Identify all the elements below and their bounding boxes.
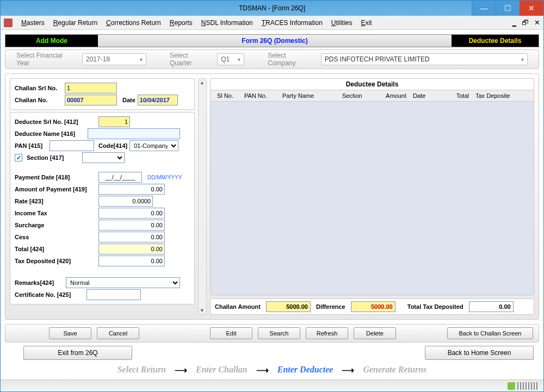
app-icon xyxy=(4,18,13,27)
tax-deposited-label: Tax Deposited [420] xyxy=(15,258,96,264)
scrollbar[interactable] xyxy=(198,78,207,315)
difference-value xyxy=(351,301,395,312)
filterbar: Select Financial Year 2017-18 Select Qua… xyxy=(5,49,539,69)
certificate-input[interactable] xyxy=(86,289,141,300)
total-deposited-value xyxy=(469,301,514,312)
section-title: Deductee Details xyxy=(452,35,539,47)
back-home-button[interactable]: Back to Home Screen xyxy=(425,346,534,360)
remarks-select[interactable]: Normal xyxy=(66,277,180,288)
payment-date-hint: DD/MM/YYYY xyxy=(147,175,182,181)
challan-amount-label: Challan Amount xyxy=(215,303,261,310)
col-date: Date xyxy=(410,91,442,100)
challan-srl-label: Challan Srl No. xyxy=(15,85,63,91)
window-title: TDSMAN - [Form 26Q] xyxy=(1,4,543,12)
amount-input[interactable] xyxy=(98,184,165,195)
remarks-label: Remarks[424] xyxy=(15,279,64,286)
deductee-srl-input[interactable] xyxy=(98,116,130,127)
challan-date-label: Date xyxy=(122,97,135,103)
total-input[interactable] xyxy=(98,244,165,254)
deductee-srl-label: Deductee Srl No. [412] xyxy=(15,119,96,125)
maximize-icon[interactable]: ☐ xyxy=(496,1,520,16)
challan-srl-input[interactable] xyxy=(65,83,117,94)
mdi-minimize-icon[interactable]: ‗ xyxy=(512,18,516,27)
code-select[interactable]: 01-Company xyxy=(129,140,178,151)
challan-no-label: Challan No. xyxy=(15,97,63,103)
delete-button[interactable]: Delete xyxy=(354,327,396,339)
col-taxdep: Tax Deposite xyxy=(472,91,530,100)
surcharge-label: Surcharge xyxy=(15,222,96,228)
save-button[interactable]: Save xyxy=(49,327,91,339)
menu-reports[interactable]: Reports xyxy=(170,19,193,27)
section-checkbox[interactable]: ✓ xyxy=(15,154,22,161)
flow-steps: Select Return ⟶ Enter Challan ⟶ Enter De… xyxy=(5,362,539,377)
col-party: Party Name xyxy=(279,91,339,100)
menu-utilities[interactable]: Utilities xyxy=(331,19,353,27)
arrow-icon: ⟶ xyxy=(256,365,269,375)
pan-label: PAN [415] xyxy=(15,142,47,149)
menu-masters[interactable]: Masters xyxy=(21,19,45,27)
menu-regular-return[interactable]: Regular Return xyxy=(53,19,97,27)
cancel-button[interactable]: Cancel xyxy=(97,327,139,339)
edit-button[interactable]: Edit xyxy=(210,327,252,339)
deductee-name-input[interactable] xyxy=(88,128,180,139)
company-combo[interactable]: PDS INFOTECH PRIVATE LIMITED xyxy=(321,53,528,65)
flow-step-4: Generate Returns xyxy=(363,365,426,375)
rate-label: Rate [423] xyxy=(15,198,96,204)
titlebar: TDSMAN - [Form 26Q] — ☐ ✕ xyxy=(1,1,543,16)
rate-input[interactable] xyxy=(98,196,153,207)
menubar: Masters Regular Return Corrections Retur… xyxy=(1,16,543,30)
challan-date-input[interactable] xyxy=(138,95,178,105)
flow-step-1: Select Return xyxy=(118,365,166,375)
mdi-restore-icon[interactable]: 🗗 xyxy=(522,18,529,27)
close-icon[interactable]: ✕ xyxy=(520,1,543,16)
col-pan: PAN No. xyxy=(241,91,279,100)
code-label: Code[414] xyxy=(98,142,127,149)
col-section: Section xyxy=(339,91,377,100)
fy-combo[interactable]: 2017-18 xyxy=(82,53,146,65)
grid-title: Deductee Details xyxy=(211,79,534,90)
menu-exit[interactable]: Exit xyxy=(361,19,372,27)
search-button[interactable]: Search xyxy=(258,327,300,339)
cess-input[interactable] xyxy=(98,232,165,242)
certificate-label: Certificate No. [425] xyxy=(15,291,84,298)
income-tax-label: Income Tax xyxy=(15,210,96,216)
minimize-icon[interactable]: — xyxy=(472,1,496,16)
challan-no-input[interactable] xyxy=(65,95,117,105)
menu-corrections-return[interactable]: Corrections Return xyxy=(106,19,161,27)
pan-input[interactable] xyxy=(50,140,94,151)
income-tax-input[interactable] xyxy=(98,208,165,219)
cess-label: Cess xyxy=(15,234,96,240)
deductee-name-label: Deductee Name [416] xyxy=(15,130,85,137)
mdi-close-icon[interactable]: ✕ xyxy=(534,18,540,27)
menu-traces[interactable]: TRACES Information xyxy=(262,19,323,27)
grid-header: Sl No. PAN No. Party Name Section Amount… xyxy=(211,90,534,102)
flow-step-2: Enter Challan xyxy=(196,365,248,375)
company-label: Select Company xyxy=(268,52,314,67)
refresh-button[interactable]: Refresh xyxy=(306,327,348,339)
col-slno: Sl No. xyxy=(214,91,241,100)
deductee-grid: Deductee Details Sl No. PAN No. Party Na… xyxy=(210,78,534,295)
arrow-icon: ⟶ xyxy=(342,365,354,375)
surcharge-input[interactable] xyxy=(98,220,165,231)
exit-button[interactable]: Exit from 26Q xyxy=(23,346,132,360)
modebar: Add Mode Form 26Q (Domestic) Deductee De… xyxy=(5,34,539,47)
total-label: Total [424] xyxy=(15,246,96,252)
menu-nsdl[interactable]: NSDL Information xyxy=(201,19,253,27)
challan-box: Challan Srl No. Challan No. Date xyxy=(10,78,195,110)
total-deposited-label: Total Tax Deposited xyxy=(407,303,463,310)
back-challan-button[interactable]: Back to Challan Screen xyxy=(447,327,533,339)
tax-deposited-input[interactable] xyxy=(98,256,165,266)
form-title: Form 26Q (Domestic) xyxy=(98,35,452,47)
grid-body[interactable] xyxy=(211,102,534,295)
payment-date-input[interactable] xyxy=(98,172,142,183)
section-select[interactable] xyxy=(82,152,125,163)
quarter-combo[interactable]: Q1 xyxy=(217,53,244,65)
button-bar: Save Cancel Edit Search Refresh Delete B… xyxy=(5,324,539,343)
deductee-box: Deductee Srl No. [412] Deductee Name [41… xyxy=(10,112,195,304)
flow-step-3: Enter Deductee xyxy=(277,365,333,375)
section-label: Section [417] xyxy=(27,154,64,161)
quarter-label: Select Quarter xyxy=(170,52,211,67)
resize-grip-icon[interactable] xyxy=(517,382,539,390)
statusbar xyxy=(1,379,543,391)
fy-label: Select Financial Year xyxy=(16,52,76,67)
